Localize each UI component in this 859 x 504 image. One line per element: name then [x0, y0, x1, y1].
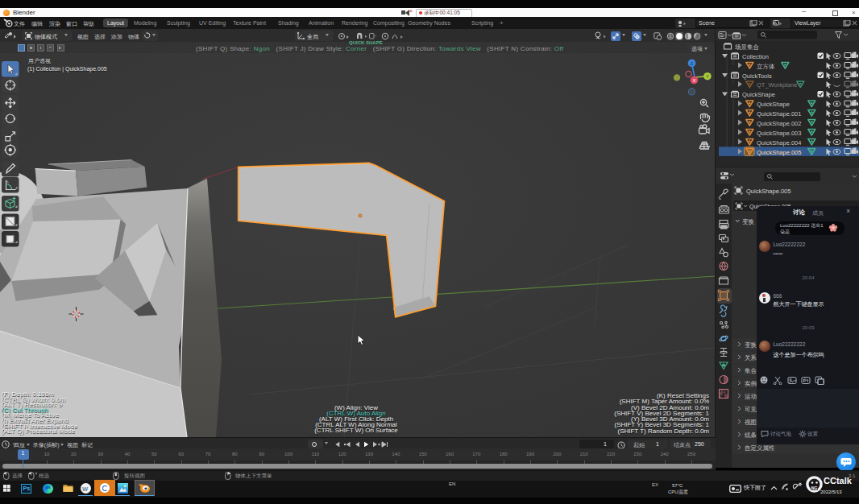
svg-text:QuickShape.003: QuickShape.003 — [757, 130, 801, 137]
svg-text:集合: 集合 — [745, 367, 757, 374]
svg-text:场景集合: 场景集合 — [734, 43, 760, 51]
svg-text:QuickTools: QuickTools — [742, 72, 772, 80]
svg-text:QuickShape.002: QuickShape.002 — [757, 120, 801, 127]
svg-text:关系: 关系 — [745, 354, 757, 361]
svg-text:变换: 变换 — [742, 218, 755, 225]
svg-text:QuickShape.004: QuickShape.004 — [757, 139, 801, 147]
svg-text:QuickShape: QuickShape — [757, 101, 790, 108]
svg-text:X: X — [692, 78, 695, 83]
svg-text:QuickShape.005: QuickShape.005 — [746, 188, 791, 195]
svg-text:立方体: 立方体 — [757, 63, 775, 70]
svg-text:自定义属性: 自定义属性 — [745, 444, 775, 452]
svg-text:QT_Workplane: QT_Workplane — [757, 81, 797, 89]
svg-text:QuickShape.005: QuickShape.005 — [757, 149, 801, 156]
svg-text:NG: NG — [811, 485, 817, 490]
svg-text:QuickShape.001: QuickShape.001 — [757, 110, 801, 118]
svg-text:Y: Y — [706, 74, 709, 79]
svg-text:Collection: Collection — [742, 53, 769, 60]
svg-text:Z: Z — [691, 61, 694, 66]
svg-text:QuickShape: QuickShape — [742, 91, 775, 98]
